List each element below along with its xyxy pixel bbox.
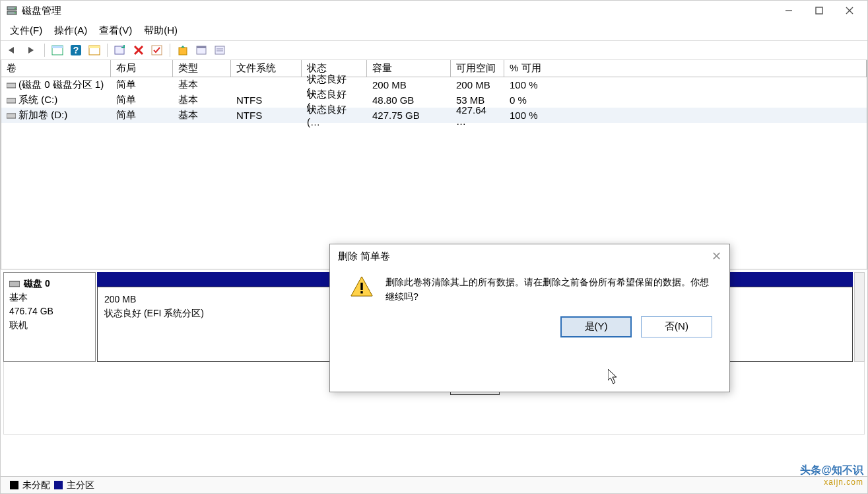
vol-fs: NTFS — [231, 94, 302, 106]
vol-pct: 100 % — [504, 79, 867, 90]
vol-fs: NTFS — [231, 110, 302, 121]
svg-rect-33 — [360, 291, 362, 293]
dialog-close-icon[interactable]: ✕ — [712, 249, 721, 264]
menu-file[interactable]: 文件(F) — [10, 24, 42, 37]
svg-marker-9 — [28, 47, 34, 53]
vol-type: 基本 — [173, 79, 231, 91]
vol-capacity: 48.80 GB — [367, 94, 451, 106]
legend-swatch-unallocated — [10, 481, 18, 489]
watermark: 头条@知不识 xaijn.com — [800, 464, 863, 487]
vol-free: 427.64 … — [451, 104, 504, 127]
titlebar: 磁盘管理 — [1, 1, 867, 20]
svg-rect-11 — [52, 46, 63, 48]
legend-unallocated: 未分配 — [22, 479, 50, 491]
vol-name: 新加卷 (D:) — [18, 109, 67, 122]
vol-type: 基本 — [173, 109, 231, 122]
check-icon[interactable] — [150, 43, 164, 57]
warning-icon — [350, 275, 374, 304]
help-icon[interactable]: ? — [69, 43, 83, 57]
volume-row[interactable]: 新加卷 (D:) 简单 基本 NTFS 状态良好 (… 427.75 GB 42… — [1, 108, 867, 123]
drive-icon — [7, 112, 16, 120]
col-capacity[interactable]: 容量 — [367, 60, 451, 77]
col-layout[interactable]: 布局 — [111, 60, 173, 77]
legend: 未分配 主分区 — [1, 476, 867, 493]
toolbar: ? — [1, 40, 867, 60]
svg-rect-30 — [9, 281, 20, 287]
export-icon[interactable] — [176, 43, 190, 57]
disk-status: 联机 — [9, 318, 90, 332]
menu-view[interactable]: 查看(V) — [99, 24, 132, 37]
back-icon[interactable] — [6, 43, 20, 57]
svg-text:?: ? — [73, 45, 79, 55]
vol-type: 基本 — [173, 94, 231, 106]
window-title: 磁盘管理 — [22, 5, 61, 17]
panel-icon[interactable] — [50, 43, 65, 57]
maximize-button[interactable] — [804, 1, 834, 20]
vol-name: 系统 (C:) — [18, 94, 57, 106]
menu-bar: 文件(F) 操作(A) 查看(V) 帮助(H) — [1, 20, 867, 40]
menu-help[interactable]: 帮助(H) — [144, 24, 178, 37]
legend-swatch-primary — [54, 481, 63, 489]
vol-name: (磁盘 0 磁盘分区 1) — [18, 79, 104, 91]
disk-management-window: 磁盘管理 文件(F) 操作(A) 查看(V) 帮助(H) ? 卷 — [0, 0, 868, 494]
svg-rect-24 — [215, 46, 224, 54]
properties-icon[interactable] — [213, 43, 227, 57]
watermark-url: xaijn.com — [824, 477, 863, 487]
volume-rows: (磁盘 0 磁盘分区 1) 简单 基本 状态良好 (… 200 MB 200 M… — [1, 77, 867, 269]
disk-icon — [9, 280, 20, 288]
dialog-title: 删除 简单卷 — [338, 250, 390, 263]
dialog-message: 删除此卷将清除其上的所有数据。请在删除之前备份所有希望保留的数据。你想继续吗? — [385, 275, 716, 304]
legend-primary: 主分区 — [67, 479, 94, 491]
menu-action[interactable]: 操作(A) — [54, 24, 87, 37]
svg-rect-23 — [197, 46, 206, 48]
forward-icon[interactable] — [24, 43, 39, 57]
disk-info[interactable]: 磁盘 0 基本 476.74 GB 联机 — [3, 272, 96, 362]
svg-rect-28 — [7, 98, 16, 103]
confirm-delete-dialog: 删除 简单卷 ✕ 删除此卷将清除其上的所有数据。请在删除之前备份所有希望保留的数… — [329, 244, 730, 392]
svg-marker-21 — [181, 46, 185, 48]
disk-type: 基本 — [9, 291, 90, 304]
drive-icon — [7, 81, 16, 89]
disk-title: 磁盘 0 — [24, 277, 50, 291]
svg-marker-8 — [9, 47, 14, 53]
col-free[interactable]: 可用空间 — [451, 60, 504, 77]
volume-row[interactable]: 系统 (C:) 简单 基本 NTFS 状态良好 (… 48.80 GB 53 M… — [1, 92, 867, 108]
volume-list-header: 卷 布局 类型 文件系统 状态 容量 可用空间 % 可用 — [1, 60, 867, 77]
scrollbar[interactable] — [854, 272, 865, 362]
col-fs[interactable]: 文件系统 — [231, 60, 302, 77]
vol-layout: 简单 — [111, 109, 173, 122]
minimize-button[interactable] — [774, 1, 804, 20]
vol-pct: 100 % — [504, 110, 867, 121]
col-type[interactable]: 类型 — [173, 60, 231, 77]
disk-size: 476.74 GB — [9, 304, 90, 318]
vol-status: 状态良好 (… — [302, 104, 367, 127]
list-icon[interactable] — [87, 43, 102, 57]
vol-layout: 简单 — [111, 79, 173, 91]
delete-icon[interactable] — [131, 43, 146, 57]
vol-capacity: 427.75 GB — [367, 110, 451, 121]
drive-icon — [7, 96, 16, 104]
svg-rect-15 — [89, 46, 100, 48]
col-volume[interactable]: 卷 — [1, 60, 111, 77]
dialog-yes-button[interactable]: 是(Y) — [560, 316, 632, 337]
dialog-title-bar: 删除 简单卷 ✕ — [330, 244, 729, 268]
window-controls — [774, 1, 865, 20]
vol-layout: 简单 — [111, 94, 173, 106]
wizard-icon[interactable] — [194, 43, 209, 57]
watermark-text: 头条@知不识 — [800, 464, 863, 477]
vol-capacity: 200 MB — [367, 79, 451, 90]
svg-rect-5 — [816, 7, 822, 14]
refresh-icon[interactable] — [113, 43, 127, 57]
vol-free: 200 MB — [451, 79, 504, 90]
svg-rect-32 — [360, 283, 362, 290]
volume-row[interactable]: (磁盘 0 磁盘分区 1) 简单 基本 状态良好 (… 200 MB 200 M… — [1, 77, 867, 92]
svg-rect-27 — [7, 83, 16, 88]
vol-pct: 0 % — [504, 94, 867, 106]
close-button[interactable] — [834, 1, 865, 20]
svg-rect-29 — [7, 114, 16, 118]
volume-list: 卷 布局 类型 文件系统 状态 容量 可用空间 % 可用 (磁盘 0 磁盘分区 … — [1, 60, 867, 269]
dialog-no-button[interactable]: 否(N) — [641, 316, 712, 337]
app-icon — [6, 5, 18, 17]
col-pct[interactable]: % 可用 — [504, 60, 867, 77]
svg-point-3 — [15, 13, 16, 14]
